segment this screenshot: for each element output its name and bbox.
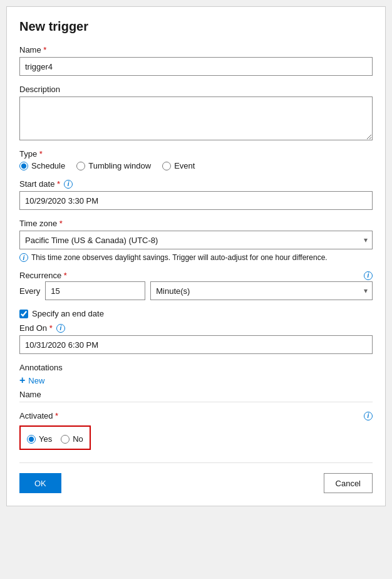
activated-yes-option[interactable]: Yes	[27, 434, 52, 444]
description-input[interactable]	[19, 96, 373, 140]
recurrence-input-row: Every Minute(s) Hour(s) Day(s) Week(s) M…	[19, 281, 373, 300]
type-tumbling-label: Tumbling window	[88, 161, 151, 170]
activated-row: Yes No	[27, 434, 83, 444]
timezone-select[interactable]: Pacific Time (US & Canada) (UTC-8)	[19, 231, 373, 249]
specify-end-date-checkbox[interactable]	[19, 310, 28, 318]
name-input[interactable]	[19, 57, 373, 76]
recurrence-info-icon: i	[364, 271, 373, 280]
type-section: Type Schedule Tumbling window Event	[19, 149, 373, 170]
type-schedule-label: Schedule	[31, 161, 65, 170]
start-date-label-row: Start date i	[19, 179, 373, 189]
recurrence-section: Recurrence i Every Minute(s) Hour(s) Day…	[19, 271, 373, 300]
activated-no-label: No	[73, 434, 83, 444]
start-date-input[interactable]	[19, 191, 373, 210]
ok-button[interactable]: OK	[19, 473, 61, 493]
activated-options-box: Yes No	[19, 425, 91, 450]
timezone-note: i This time zone observes daylight savin…	[19, 253, 373, 262]
plus-icon: +	[19, 375, 25, 386]
recurrence-label-row: Recurrence i	[19, 271, 373, 280]
start-date-section: Start date i	[19, 179, 373, 210]
start-date-info-icon: i	[64, 180, 73, 189]
end-on-label: End On	[19, 323, 53, 333]
timezone-label-row: Time zone	[19, 219, 373, 228]
activated-info-icon: i	[364, 412, 373, 420]
activated-yes-radio[interactable]	[27, 435, 36, 444]
activated-label: Activated	[19, 411, 58, 420]
specify-end-date-label[interactable]: Specify an end date	[32, 309, 104, 318]
annotations-label: Annotations	[19, 363, 373, 372]
activated-section: Activated i Yes No	[19, 411, 373, 450]
start-date-label: Start date	[19, 179, 60, 189]
annotations-add-button[interactable]: + New	[19, 375, 373, 386]
type-event-label: Event	[174, 161, 195, 170]
timezone-section: Time zone Pacific Time (US & Canada) (UT…	[19, 219, 373, 262]
new-trigger-dialog: New trigger Name Description Type Schedu…	[6, 6, 386, 506]
activated-yes-label: Yes	[39, 434, 52, 444]
type-event-option[interactable]: Event	[162, 161, 195, 170]
timezone-label: Time zone	[19, 219, 63, 228]
end-on-section: End On i	[19, 323, 373, 354]
name-section: Name	[19, 45, 373, 76]
end-on-info-icon: i	[56, 324, 65, 333]
timezone-note-text: This time zone observes daylight savings…	[31, 253, 328, 262]
type-schedule-radio[interactable]	[19, 162, 28, 170]
type-event-radio[interactable]	[162, 162, 171, 170]
annotations-section: Annotations + New Name	[19, 363, 373, 402]
name-label: Name	[19, 45, 373, 55]
specify-end-date-row: Specify an end date	[19, 309, 373, 318]
annotations-add-label: New	[28, 376, 44, 385]
recurrence-unit-wrapper: Minute(s) Hour(s) Day(s) Week(s) Month(s…	[150, 281, 373, 300]
description-section: Description	[19, 85, 373, 140]
dialog-footer: OK Cancel	[19, 462, 373, 493]
cancel-button[interactable]: Cancel	[324, 473, 373, 493]
timezone-info-icon: i	[19, 253, 28, 262]
end-on-input[interactable]	[19, 335, 373, 354]
end-on-label-row: End On i	[19, 323, 373, 333]
recurrence-every-input[interactable]	[45, 281, 145, 300]
activated-no-radio[interactable]	[61, 435, 70, 444]
recurrence-label: Recurrence	[19, 271, 67, 280]
dialog-title: New trigger	[19, 19, 373, 34]
timezone-select-wrapper: Pacific Time (US & Canada) (UTC-8) ▾	[19, 231, 373, 249]
type-options-row: Schedule Tumbling window Event	[19, 161, 373, 170]
type-label: Type	[19, 149, 373, 159]
annotations-name-label: Name	[19, 390, 373, 402]
type-schedule-option[interactable]: Schedule	[19, 161, 65, 170]
recurrence-unit-select[interactable]: Minute(s) Hour(s) Day(s) Week(s) Month(s…	[150, 281, 373, 300]
activated-no-option[interactable]: No	[61, 434, 83, 444]
description-label: Description	[19, 85, 373, 94]
type-tumbling-option[interactable]: Tumbling window	[76, 161, 151, 170]
recurrence-every-label: Every	[19, 286, 40, 296]
type-tumbling-radio[interactable]	[76, 162, 85, 170]
